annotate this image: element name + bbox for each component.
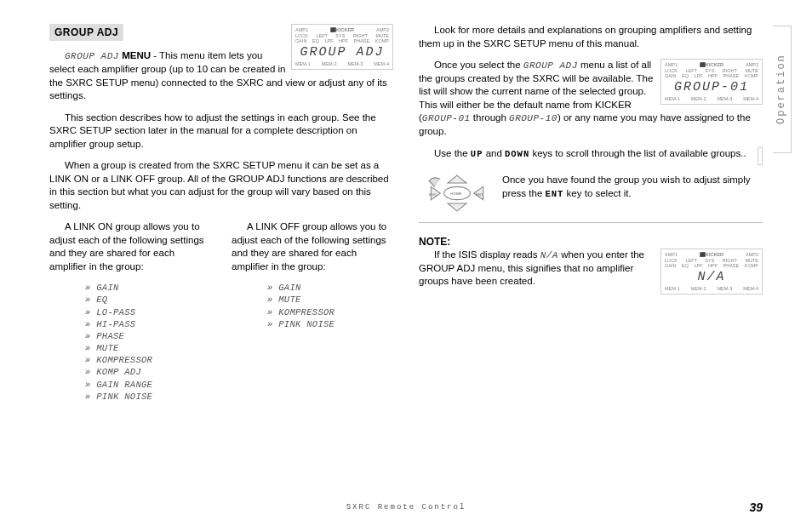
lcd-mute: MUTE [375,33,389,39]
lcd-lock: LOCK [665,68,678,74]
lcd-left: LEFT [685,68,696,74]
text: key to select it. [563,188,631,198]
lcd-l: LPF [694,263,702,269]
lcd-sys: SYS [705,68,714,74]
paragraph: This section describes how to adjust the… [49,111,393,152]
lcd-l: SYS [705,258,714,264]
lcd-mem: MEM-3 [718,96,733,102]
lcd-amp2: AMP2 [376,27,389,33]
lcd-mem: MEM-2 [691,286,706,292]
link-on-list: GAIN EQ LO-PASS HI-PASS PHASE MUTE KOMPR… [49,282,211,403]
link-on-intro: A LINK ON group allows you to adjust eac… [49,220,211,273]
page-number: 39 [749,500,763,516]
lcd-panel-group-01: AMP1 ⬛KICKER AMP2 LOCK LEFT SYS RIGHT MU… [660,59,763,105]
lcd-komp: KOMP [375,38,389,44]
lcd-l: GAIN [665,73,676,79]
list-item: HI-PASS [85,318,211,330]
paragraph: When a group is created from the SXRC SE… [49,159,393,212]
link-off-intro: A LINK OFF group allows you to adjust ea… [232,220,393,273]
lcd-l: PHASE [723,263,740,269]
lcd-l: GAIN [665,263,676,269]
list-item: PHASE [85,330,211,342]
stylized-menu-name: GROUP ADJ [65,51,119,61]
text: keys to scroll through the list of avail… [529,148,746,158]
footer-title: SXRC Remote Control [0,502,812,512]
lcd-l: KOMP [745,73,758,79]
lcd-mem1: MEM-1 [295,61,311,67]
list-item: GAIN RANGE [85,379,211,391]
lcd-l: PHASE [723,73,740,79]
list-item: KOMP ADJ [85,366,211,378]
list-item: GAIN [85,282,211,294]
list-item: PINK NOISE [267,318,393,330]
key-down: DOWN [505,149,529,159]
lcd-l: HPF [708,73,718,79]
lcd-mem4: MEM-4 [374,61,389,67]
lcd-panel-na: AMP1 ⬛KICKER AMP2 LOCK LEFT SYS RIGHT MU… [660,249,763,294]
lcd-amp2: AMP2 [746,62,758,68]
two-column-layout: GROUP ADJ AMP1 ⬛KICKER AMP2 LOCK LEFT SY… [49,24,763,458]
link-off-block: A LINK OFF group allows you to adjust ea… [232,220,393,403]
left-column: GROUP ADJ AMP1 ⬛KICKER AMP2 LOCK LEFT SY… [49,24,393,458]
paragraph: Look for more details and explanations o… [419,24,763,50]
lcd-gain: GAIN [295,38,306,44]
lcd-l: AMP2 [746,252,758,258]
svg-marker-9 [448,203,466,211]
lcd-brand: ⬛KICKER [700,62,723,68]
keypad-illustration-hand: ESC HOME ENT [758,147,763,166]
stylized-text: GROUP-01 [422,113,471,123]
lcd-mem: MEM-2 [691,96,706,102]
right-column: Look for more details and explanations o… [419,24,763,458]
lcd-lpf: LPF [324,38,333,44]
lcd-mem: MEM-4 [743,286,758,292]
stylized-text: N/A [540,250,558,260]
lcd-sys: SYS [335,33,345,39]
divider [419,222,763,223]
lcd-l: EQ [682,73,689,79]
list-item: EQ [85,294,211,306]
lcd-l: LEFT [685,258,696,264]
lcd-l: MUTE [745,258,758,264]
stylized-text: GROUP-10 [509,113,558,123]
text: If the ISIS display reads [434,249,540,260]
lcd-mem: MEM-4 [743,96,758,102]
lcd-main-text: GROUP-01 [674,80,749,94]
lcd-eq: EQ [312,38,319,44]
lcd-panel-group-adj: AMP1 ⬛KICKER AMP2 LOCK LEFT SYS RIGHT MU… [291,24,393,70]
lcd-brand: ⬛KICKER [700,252,723,258]
keypad-illustration: ESC HOME ENT [419,174,495,217]
text: through [471,112,509,123]
side-tab: Operation [773,26,792,153]
lcd-amp1: AMP1 [295,27,308,33]
lcd-mem: MEM-3 [718,286,733,292]
lcd-phase: PHASE [354,38,370,44]
list-item: PINK NOISE [85,391,211,403]
list-item: LO-PASS [85,306,211,318]
list-item: KOMPRESSOR [267,306,393,318]
lcd-mem: MEM-1 [665,286,680,292]
list-item: KOMPRESSOR [85,354,211,366]
section-heading: GROUP ADJ [49,24,123,41]
lcd-main-text: N/A [697,270,725,284]
list-item: MUTE [85,342,211,354]
lcd-l: AMP1 [665,252,678,258]
lcd-mem3: MEM-3 [348,61,363,67]
svg-marker-8 [448,175,466,183]
lcd-main-text: GROUP ADJ [300,45,384,60]
lcd-mem2: MEM-2 [322,61,337,67]
paragraph: Use the UP and DOWN keys to scroll throu… [419,147,763,161]
lcd-brand: ⬛KICKER [330,27,354,33]
lcd-hpf: HPF [339,38,348,44]
lcd-left: LEFT [316,33,327,39]
lcd-lock: LOCK [295,33,308,39]
lcd-l: RIGHT [723,258,737,264]
note-heading: NOTE: [419,235,763,249]
bold-menu: MENU [122,50,151,60]
lcd-mute: MUTE [745,68,758,74]
lcd-l: EQ [682,263,689,269]
text: Once you select the [434,60,523,70]
key-up: UP [471,149,483,159]
list-item: MUTE [267,294,393,306]
list-item: GAIN [267,282,393,294]
lcd-amp1: AMP1 [665,62,678,68]
